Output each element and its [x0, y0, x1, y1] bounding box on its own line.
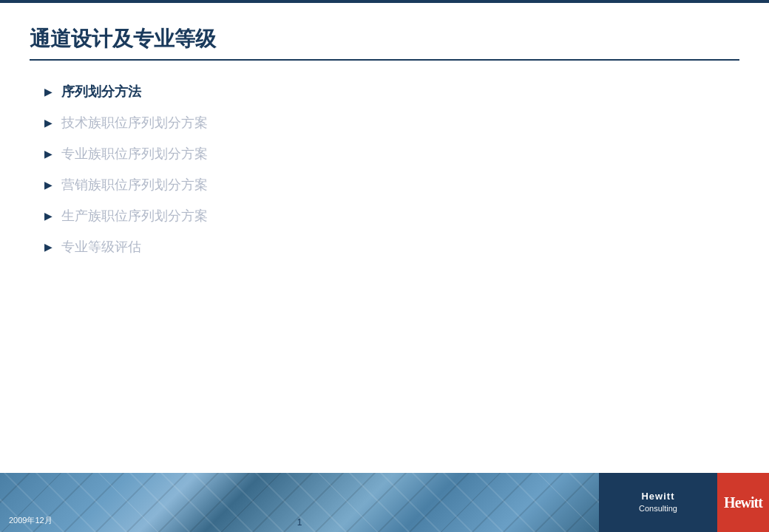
menu-item-1[interactable]: ▶技术族职位序列划分方案 [44, 114, 739, 132]
footer-logo-text: Hewitt Consulting [639, 491, 677, 514]
menu-arrow-icon-0: ▶ [44, 86, 52, 98]
footer-logo-area: Hewitt Consulting [599, 473, 717, 532]
menu-item-label-5: 专业等级评估 [61, 238, 141, 256]
footer-brand-area: Hewitt [717, 473, 769, 532]
page-title: 通道设计及专业等级 [30, 25, 739, 61]
menu-item-label-2: 专业族职位序列划分方案 [61, 145, 208, 163]
menu-item-4[interactable]: ▶生产族职位序列划分方案 [44, 207, 739, 225]
menu-item-label-0: 序列划分方法 [61, 83, 141, 100]
menu-item-label-1: 技术族职位序列划分方案 [61, 114, 208, 132]
menu-arrow-icon-5: ▶ [44, 241, 52, 253]
footer: 2009年12月 1 Hewitt Consulting Hewitt [0, 473, 769, 532]
menu-item-label-4: 生产族职位序列划分方案 [61, 207, 208, 225]
menu-item-3[interactable]: ▶营销族职位序列划分方案 [44, 176, 739, 194]
footer-background-image: 2009年12月 1 [0, 473, 599, 532]
footer-date: 2009年12月 [9, 515, 52, 526]
footer-brand-text: Hewitt [724, 494, 762, 511]
main-content: 通道设计及专业等级 ▶序列划分方法▶技术族职位序列划分方案▶专业族职位序列划分方… [0, 3, 769, 476]
menu-arrow-icon-2: ▶ [44, 148, 52, 160]
menu-item-5[interactable]: ▶专业等级评估 [44, 238, 739, 256]
menu-arrow-icon-1: ▶ [44, 117, 52, 129]
menu-item-2[interactable]: ▶专业族职位序列划分方案 [44, 145, 739, 163]
menu-arrow-icon-3: ▶ [44, 179, 52, 191]
menu-list: ▶序列划分方法▶技术族职位序列划分方案▶专业族职位序列划分方案▶营销族职位序列划… [44, 83, 739, 256]
menu-item-0[interactable]: ▶序列划分方法 [44, 83, 739, 100]
menu-arrow-icon-4: ▶ [44, 210, 52, 222]
page-number: 1 [297, 517, 302, 528]
menu-item-label-3: 营销族职位序列划分方案 [61, 176, 208, 194]
